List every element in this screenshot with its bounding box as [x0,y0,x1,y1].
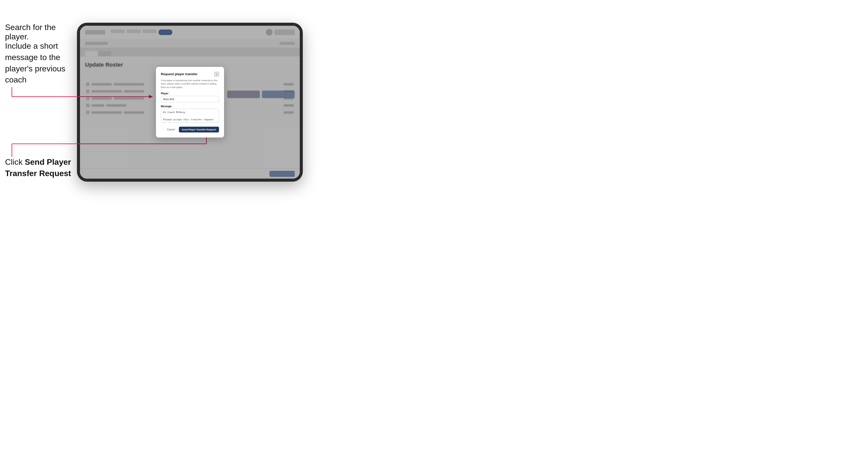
tablet-device: Update Roster [77,23,303,182]
send-transfer-request-button[interactable]: Send Player Transfer Request [179,127,219,132]
modal-title: Request player transfer [161,72,197,76]
annotation-message: Include a short message to the player's … [5,40,71,86]
modal-close-button[interactable]: × [215,72,219,76]
modal-actions: Cancel Send Player Transfer Request [161,127,219,132]
annotation-search: Search for the player. [5,23,71,41]
transfer-request-modal: Request player transfer × If the player … [156,67,224,138]
annotation-click: Click Send Player Transfer Request [5,156,76,179]
modal-header: Request player transfer × [161,72,219,76]
message-textarea[interactable]: Hi Coach McHarg, Please accept this tran… [161,109,219,123]
tablet-screen: Update Roster [80,26,300,179]
modal-overlay: Request player transfer × If the player … [80,26,300,179]
message-label: Message [161,105,219,108]
player-label: Player [161,92,219,95]
cancel-button[interactable]: Cancel [165,127,177,132]
modal-description: If the player is transferring from anoth… [161,79,219,89]
player-input[interactable] [161,96,219,102]
